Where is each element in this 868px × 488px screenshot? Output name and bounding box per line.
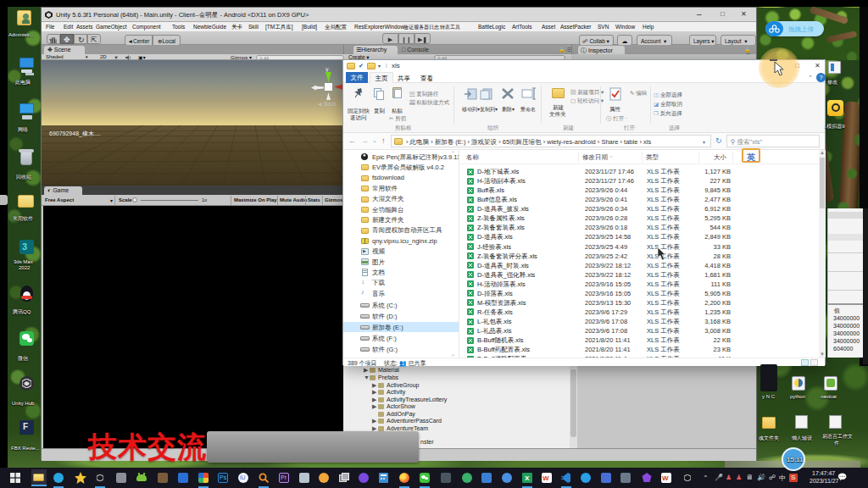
svg-text:◄ Back: ◄ Back xyxy=(317,101,337,107)
svg-text:y: y xyxy=(326,66,329,73)
